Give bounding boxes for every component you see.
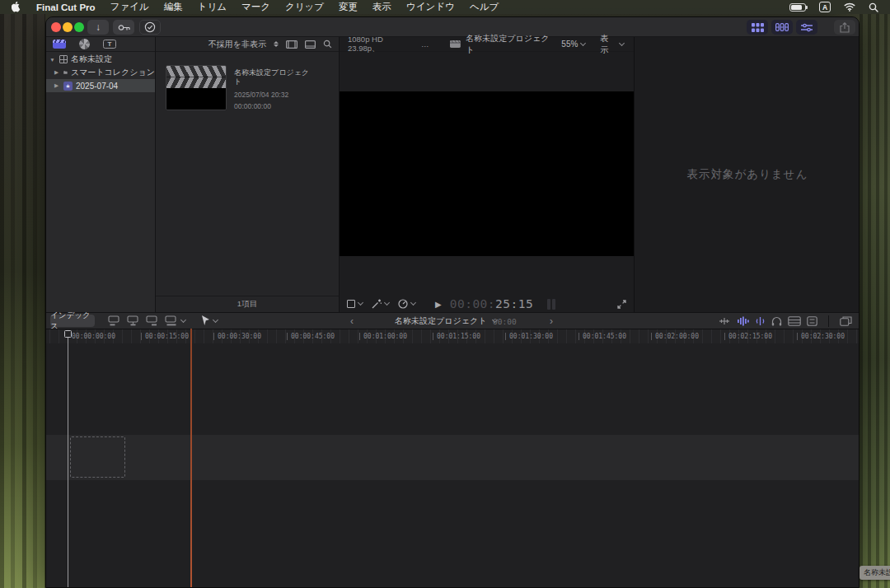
menu-trim[interactable]: トリム: [198, 1, 227, 13]
effects-browser-icon[interactable]: [840, 316, 852, 326]
project-clip-meta: 名称未設定プロジェクト 2025/07/04 20:32 00:00:00:00: [234, 68, 329, 110]
format-ellipsis[interactable]: …: [421, 40, 429, 49]
menu-file[interactable]: ファイル: [110, 1, 149, 13]
ruler-label: 00:00:30:00: [218, 333, 261, 340]
minimize-window-button[interactable]: [63, 22, 73, 32]
libraries-sidebar: T ▼ 名称未設定 ▶ スマートコレクション ▶ ★ 2025-07-04: [46, 37, 156, 312]
index-button[interactable]: インデックス: [50, 315, 95, 327]
retime-menu[interactable]: [398, 299, 415, 309]
menu-mark[interactable]: マーク: [241, 1, 270, 13]
disclosure-closed-icon[interactable]: ▶: [53, 82, 60, 89]
clips-tab-clapperboard-icon[interactable]: [53, 40, 66, 49]
disclosure-open-icon[interactable]: ▼: [49, 57, 56, 63]
sidebar-item-smart-collection[interactable]: ▶ スマートコレクション: [46, 66, 155, 79]
timeline-ruler[interactable]: 00:00:00:00 00:00:15:00 00:00:30:00 00:0…: [46, 329, 859, 343]
play-button[interactable]: ▶: [435, 300, 442, 309]
library-icon: [59, 55, 68, 63]
spotlight-search-icon[interactable]: [869, 2, 878, 12]
enhancements-menu[interactable]: [372, 299, 389, 309]
playhead-handle[interactable]: [64, 330, 72, 338]
transform-overlay-menu[interactable]: [347, 300, 363, 308]
background-tasks-button[interactable]: [139, 20, 161, 35]
timeline-canvas[interactable]: [46, 343, 859, 587]
sidebar-item-event[interactable]: ▶ ★ 2025-07-04: [46, 79, 155, 92]
menu-help[interactable]: ヘルプ: [470, 1, 499, 13]
zoom-control[interactable]: 55%: [561, 40, 585, 49]
inspector-toggle-button[interactable]: [796, 20, 817, 35]
timeline-project-menu[interactable]: 名称未設定プロジェクト: [395, 313, 497, 329]
append-edit-icon[interactable]: [146, 315, 159, 326]
browser-status-bar: 1項目: [156, 296, 339, 312]
timeline-project-label: 名称未設定プロジェクト: [395, 315, 486, 327]
clip-view-icon[interactable]: [305, 40, 316, 49]
viewer-header: 1080p HD 23.98p、 … 名称未設定プロジェクト 55% 表示: [340, 37, 634, 52]
transitions-browser-icon[interactable]: [858, 317, 860, 326]
window-toolbar: ↓: [46, 17, 859, 37]
wallpaper-right: [860, 14, 890, 588]
retime-gauge-icon: [398, 299, 408, 309]
clip-title[interactable]: 名称未設定プロジェクト: [234, 68, 310, 86]
battery-icon[interactable]: [789, 3, 806, 12]
menu-view[interactable]: 表示: [372, 1, 391, 13]
clip-duration: 00:00:00:00: [234, 102, 329, 110]
menu-clip[interactable]: クリップ: [285, 1, 324, 13]
menu-window[interactable]: ウインドウ: [406, 1, 455, 13]
apple-menu-icon[interactable]: [12, 2, 21, 13]
ruler-tick: [213, 333, 214, 340]
clip-drop-placeholder[interactable]: [70, 436, 125, 478]
search-icon[interactable]: [323, 40, 332, 49]
import-media-button[interactable]: ↓: [87, 20, 109, 35]
viewer-pane: 1080p HD 23.98p、 … 名称未設定プロジェクト 55% 表示: [339, 37, 634, 312]
filmstrip-view-icon[interactable]: [286, 40, 297, 49]
ruler-label: 00:01:00:00: [363, 333, 407, 340]
share-button[interactable]: [834, 20, 855, 35]
menu-edit[interactable]: 編集: [164, 1, 183, 13]
timeline-toolbar: インデックス ‹ 名称未設定プロジェクト 00:00 ›: [46, 312, 859, 329]
connect-edit-icon[interactable]: [108, 315, 121, 326]
browser-toggle-button[interactable]: [747, 20, 768, 35]
clip-appearance-icon[interactable]: [788, 316, 801, 326]
close-window-button[interactable]: [51, 22, 61, 32]
menu-app-name[interactable]: Final Cut Pro: [36, 2, 96, 12]
menu-modify[interactable]: 変更: [339, 1, 358, 13]
overwrite-edit-menu[interactable]: [165, 315, 185, 326]
tool-palette-menu[interactable]: [201, 315, 218, 326]
headphones-icon[interactable]: [771, 316, 782, 326]
keyword-editor-button[interactable]: [113, 20, 134, 35]
audio-skimming-icon[interactable]: [737, 316, 749, 326]
viewer-timecode[interactable]: 00:00:25:15: [450, 297, 534, 310]
view-menu[interactable]: 表示: [600, 33, 624, 56]
zoom-window-button[interactable]: [74, 22, 84, 32]
sidebar-item-library[interactable]: ▼ 名称未設定: [46, 53, 155, 66]
smart-collection-label: スマートコレクション: [71, 67, 155, 78]
filter-label[interactable]: 不採用を非表示: [208, 39, 266, 50]
ruler-label: 00:02:30:00: [801, 333, 845, 340]
check-circle-icon: [144, 21, 156, 33]
photos-audio-tab-icon[interactable]: [79, 39, 90, 49]
chevron-down-icon: [358, 300, 363, 306]
primary-storyline-lane: [46, 435, 859, 480]
titles-generators-tab-icon[interactable]: T: [103, 40, 116, 49]
trim-skimming-icon[interactable]: [719, 316, 731, 326]
disclosure-closed-icon[interactable]: ▶: [53, 69, 60, 76]
zoom-level: 55%: [561, 40, 578, 49]
timeline-settings-icon[interactable]: [807, 316, 817, 326]
next-project-button[interactable]: ›: [550, 313, 553, 329]
sliders-icon: [801, 23, 813, 32]
timecode-bright: 25:15: [495, 297, 533, 310]
input-source-icon[interactable]: A: [819, 2, 831, 12]
fullscreen-button[interactable]: [617, 300, 626, 309]
empty-viewer-message: 表示対象がありません: [687, 167, 808, 182]
insert-edit-icon[interactable]: [127, 315, 140, 326]
filter-updown-icon[interactable]: [274, 41, 279, 47]
timecode-888-icon: [775, 23, 789, 31]
chevron-down-icon: [580, 40, 586, 45]
wifi-icon[interactable]: [844, 2, 855, 12]
previous-project-button[interactable]: ‹: [350, 313, 354, 329]
solo-icon[interactable]: [755, 316, 766, 326]
timeline-toggle-button[interactable]: [771, 20, 793, 35]
ruler-label: 00:01:30:00: [509, 333, 553, 340]
playhead-line[interactable]: [68, 337, 68, 587]
project-clip-thumbnail[interactable]: [166, 65, 227, 110]
audio-meters[interactable]: [547, 299, 555, 310]
